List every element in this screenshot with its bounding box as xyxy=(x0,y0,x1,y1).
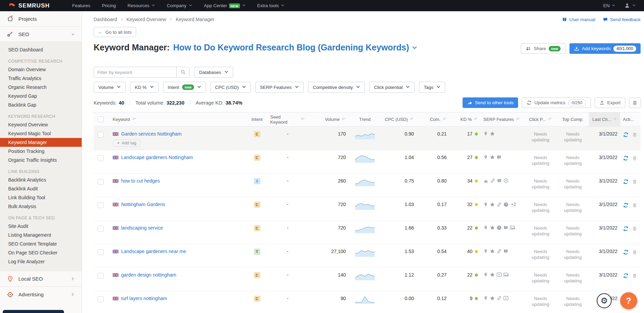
sidebar-item-traffic-analytics[interactable]: Traffic Analytics xyxy=(0,74,82,83)
help-button[interactable]: ? xyxy=(620,292,637,309)
settings-gear-button[interactable]: ⚙ xyxy=(597,293,612,308)
row-checkbox[interactable] xyxy=(98,155,103,161)
refresh-icon[interactable] xyxy=(623,202,629,208)
serp-more-link[interactable]: +2 xyxy=(511,202,516,207)
sidebar-item-backlink-analytics[interactable]: Backlink Analytics xyxy=(0,175,82,184)
sidebar-item-keyword-manager[interactable]: Keyword Manager xyxy=(0,138,82,147)
column-header-click[interactable]: Click P... xyxy=(524,112,557,126)
trash-icon[interactable] xyxy=(632,226,637,231)
update-metrics-button[interactable]: Update metrics 0/250 xyxy=(522,97,591,108)
column-header-serp[interactable]: SERP Features xyxy=(481,112,524,126)
filter-dropdown-intent[interactable]: Intentnew xyxy=(163,82,206,93)
keyword-filter-input[interactable] xyxy=(94,67,176,77)
trash-icon[interactable] xyxy=(632,203,637,208)
nav-item-pricing[interactable]: Pricing xyxy=(102,3,116,8)
filter-dropdown-tags[interactable]: Tags xyxy=(419,82,446,93)
breadcrumb-item[interactable]: Keyword Manager xyxy=(176,17,214,22)
sidebar-item-backlink-gap[interactable]: Backlink Gap xyxy=(0,100,82,109)
trash-icon[interactable] xyxy=(632,132,637,137)
sidebar-item-organic-research[interactable]: Organic Research xyxy=(0,83,82,92)
refresh-icon[interactable] xyxy=(623,249,629,255)
account-menu[interactable] xyxy=(624,3,636,9)
sidebar-item-log-file-analyzer[interactable]: Log File Analyzer xyxy=(0,257,82,266)
sidebar-item-advertising[interactable]: Advertising xyxy=(0,286,82,302)
sidebar-item-keyword-gap[interactable]: Keyword Gap xyxy=(0,92,82,100)
sidebar-item-projects[interactable]: Projects xyxy=(0,11,82,27)
keyword-link[interactable]: Landscape gardeners Nottingham xyxy=(121,155,193,160)
sidebar-item-seo-dashboard[interactable]: SEO Dashboard xyxy=(0,45,82,54)
sidebar-item-link-building-tool[interactable]: Link Building Tool xyxy=(0,193,82,202)
keyword-link[interactable]: landscaping service xyxy=(121,225,163,231)
send-feedback-link[interactable]: Send feedback xyxy=(603,17,641,22)
column-header-seed[interactable]: Seed Keyword xyxy=(268,112,308,126)
share-button[interactable]: Share new xyxy=(521,43,565,54)
sidebar-item-local-seo[interactable]: Local SEO xyxy=(0,271,82,286)
sidebar-item-keyword-magic-tool[interactable]: Keyword Magic Tool xyxy=(0,129,82,138)
add-keywords-button[interactable]: Add keywords 40/1,000 xyxy=(569,43,641,54)
trash-icon[interactable] xyxy=(632,250,637,255)
user-manual-link[interactable]: User manual xyxy=(562,17,595,22)
filter-dropdown-kd-[interactable]: KD % xyxy=(130,82,159,93)
keyword-link[interactable]: Landscape gardeners near me xyxy=(121,249,186,254)
send-to-other-tools-button[interactable]: Send to other tools xyxy=(463,97,518,108)
column-header-com[interactable]: Com. xyxy=(417,112,449,126)
column-header-keyword[interactable]: Keyword xyxy=(110,112,246,126)
sidebar-item-listing-management[interactable]: Listing Management xyxy=(0,231,82,239)
refresh-icon[interactable] xyxy=(623,155,629,161)
sidebar-item-on-page-seo-checker[interactable]: On Page SEO Checker xyxy=(0,248,82,257)
search-button[interactable] xyxy=(176,67,189,77)
filter-dropdown-volume[interactable]: Volume xyxy=(94,82,126,93)
filter-dropdown-competitive-density[interactable]: Competitive density xyxy=(308,82,365,93)
keyword-link[interactable]: Garden services Nottingham xyxy=(121,131,181,137)
filter-dropdown-serp-features[interactable]: SERP Features xyxy=(255,82,304,93)
nav-item-resources[interactable]: Resources xyxy=(128,3,156,8)
breadcrumb-item[interactable]: Keyword Overview xyxy=(127,17,166,22)
keyword-link[interactable]: turf layers nottingham xyxy=(121,296,167,301)
list-name-dropdown[interactable]: How to Do Keyword Research Blog (Gardeni… xyxy=(173,43,417,52)
sidebar-item-backlink-audit[interactable]: Backlink Audit xyxy=(0,184,82,193)
keyword-link[interactable]: garden design nottingham xyxy=(121,272,176,278)
sidebar-item-bulk-analysis[interactable]: Bulk Analysis xyxy=(0,202,82,211)
sidebar-item-keyword-overview[interactable]: Keyword Overview xyxy=(0,120,82,129)
language-selector[interactable]: EN xyxy=(603,3,615,8)
column-header-cpc[interactable]: CPC (USD) xyxy=(381,112,417,126)
refresh-icon[interactable] xyxy=(623,226,629,232)
keyword-link[interactable]: Nottingham Gardens xyxy=(121,202,165,207)
row-checkbox[interactable] xyxy=(98,226,103,232)
column-header-volume[interactable]: Volume xyxy=(308,112,349,126)
nav-item-features[interactable]: Features xyxy=(72,3,90,8)
nav-item-extra-tools[interactable]: Extra tools xyxy=(257,3,285,8)
row-checkbox[interactable] xyxy=(98,296,103,302)
trash-icon[interactable] xyxy=(632,156,637,161)
filter-dropdown-click-potential[interactable]: Click potential xyxy=(369,82,415,93)
trash-icon[interactable] xyxy=(632,273,637,278)
sidebar-item-domain-overview[interactable]: Domain Overview xyxy=(0,65,82,74)
filter-dropdown-cpc-usd-[interactable]: CPC (USD) xyxy=(210,82,251,93)
semrush-logo[interactable]: SEMRUSH xyxy=(8,2,50,10)
nav-item-app-center[interactable]: App Centernew xyxy=(204,3,246,8)
sidebar-item-position-tracking[interactable]: Position Tracking xyxy=(0,147,82,156)
column-header-kd[interactable]: KD % xyxy=(449,112,481,126)
refresh-icon[interactable] xyxy=(623,179,629,185)
nav-item-company[interactable]: Company xyxy=(167,3,192,8)
refresh-icon[interactable] xyxy=(623,273,629,279)
sidebar-item-seo-content-template[interactable]: SEO Content Template xyxy=(0,239,82,248)
row-checkbox[interactable] xyxy=(98,132,103,138)
refresh-icon[interactable] xyxy=(623,132,629,138)
select-all-checkbox[interactable] xyxy=(98,116,103,122)
row-checkbox[interactable] xyxy=(98,202,103,208)
sidebar-item-organic-traffic-insights[interactable]: Organic Traffic Insights xyxy=(0,156,82,165)
delete-list-button[interactable] xyxy=(629,97,641,108)
go-to-all-lists-button[interactable]: ← Go to all lists xyxy=(94,27,136,37)
column-header-last[interactable]: Last Ch... xyxy=(589,112,620,126)
row-checkbox[interactable] xyxy=(98,249,103,255)
row-checkbox[interactable] xyxy=(98,273,103,279)
trash-icon[interactable] xyxy=(632,179,637,184)
sidebar-item-site-audit[interactable]: Site Audit xyxy=(0,222,82,231)
keyword-link[interactable]: how to cut hedges xyxy=(121,178,160,184)
databases-dropdown[interactable]: Databases xyxy=(194,67,233,78)
breadcrumb-item[interactable]: Dashboard xyxy=(94,17,117,22)
export-button[interactable]: Export xyxy=(595,97,625,108)
add-tag-button[interactable]: +Add tag xyxy=(113,139,141,147)
row-checkbox[interactable] xyxy=(98,179,103,185)
